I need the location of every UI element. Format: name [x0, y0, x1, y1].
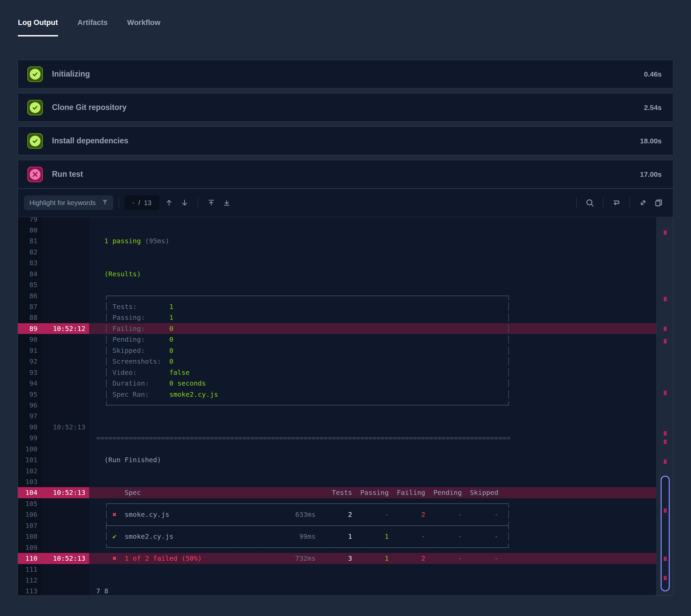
line-number: 111: [18, 564, 41, 575]
line-timestamp: [41, 411, 89, 421]
line-number: 91: [18, 345, 41, 356]
log-line-79: 79: [18, 217, 656, 225]
wrap-lines-icon[interactable]: [609, 195, 624, 211]
line-timestamp: [41, 433, 89, 443]
line-number: 89: [18, 323, 41, 334]
line-timestamp: [41, 268, 89, 279]
log-line-87: 87│Tests:1│: [18, 301, 656, 312]
expand-icon[interactable]: [635, 195, 651, 211]
line-number: 95: [18, 389, 41, 400]
log-line-95: 95│Spec Ran:smoke2.cy.js│: [18, 389, 656, 400]
line-number: 107: [18, 520, 41, 531]
tab-log-output[interactable]: Log Output: [18, 18, 58, 37]
search-icon[interactable]: [582, 195, 598, 211]
log-line-81: 811 passing(95ms): [18, 236, 656, 246]
line-number: 97: [18, 411, 41, 421]
line-number: 96: [18, 400, 41, 411]
highlight-placeholder: Highlight for keywords: [29, 199, 101, 207]
step-card-run-test: Run test17.00sHighlight for keywords- / …: [18, 160, 673, 596]
line-number: 81: [18, 236, 41, 246]
log-line-103: 103: [18, 476, 656, 487]
line-number: 94: [18, 378, 41, 389]
step-title: Clone Git repository: [52, 103, 127, 112]
minimap-marker: [664, 431, 667, 436]
line-timestamp: [41, 564, 89, 575]
log-line-113: 1137 8: [18, 586, 656, 595]
line-timestamp: [41, 389, 89, 400]
line-number: 90: [18, 334, 41, 345]
line-timestamp: [41, 301, 89, 312]
scroll-to-bottom-icon[interactable]: [219, 195, 235, 211]
log-line-99: 99======================================…: [18, 433, 656, 443]
step-duration: 2.54s: [644, 104, 662, 112]
scroll-to-top-icon[interactable]: [203, 195, 219, 211]
minimap-strip[interactable]: [656, 217, 673, 595]
minimap-marker: [664, 339, 667, 344]
next-match-icon[interactable]: [177, 195, 192, 211]
line-number: 106: [18, 509, 41, 520]
step-header-3[interactable]: Run test17.00s: [18, 160, 673, 188]
line-timestamp: [41, 367, 89, 378]
log-line-94: 94│Duration:0 seconds│: [18, 378, 656, 389]
line-timestamp: [41, 444, 89, 455]
minimap-marker: [664, 297, 667, 301]
minimap-marker: [664, 391, 667, 395]
line-timestamp: [41, 586, 89, 595]
line-timestamp: [41, 247, 89, 257]
line-number: 101: [18, 455, 41, 465]
minimap-viewport-indicator[interactable]: [661, 476, 670, 591]
prev-match-icon[interactable]: [161, 195, 177, 211]
toolbar-divider: [119, 198, 119, 208]
toolbar-divider: [198, 198, 198, 208]
step-card-initializing: Initializing0.46s: [18, 60, 673, 88]
step-success-icon: [27, 100, 43, 115]
line-number: 103: [18, 476, 41, 487]
line-number: 84: [18, 268, 41, 279]
line-number: 108: [18, 531, 41, 542]
line-number: 79: [18, 217, 41, 225]
line-timestamp: 10:52:13: [41, 422, 89, 433]
line-number: 105: [18, 498, 41, 509]
line-number: 92: [18, 356, 41, 367]
line-number: 99: [18, 433, 41, 443]
copy-icon[interactable]: [651, 195, 666, 211]
line-number: 83: [18, 257, 41, 268]
step-success-icon: [27, 66, 43, 82]
line-number: 100: [18, 444, 41, 455]
line-timestamp: [41, 225, 89, 236]
line-timestamp: [41, 290, 89, 301]
step-header-2[interactable]: Install dependencies18.00s: [18, 127, 673, 155]
minimap-marker: [664, 327, 667, 331]
line-timestamp: 10:52:13: [41, 553, 89, 564]
step-success-icon: [27, 133, 43, 149]
log-line-106: 106│✖smoke.cy.js633ms2-2--│: [18, 509, 656, 520]
log-line-84: 84(Results): [18, 268, 656, 279]
step-header-1[interactable]: Clone Git repository2.54s: [18, 93, 673, 122]
minimap-marker: [664, 508, 667, 513]
toolbar-divider: [603, 198, 603, 208]
toolbar-divider: [630, 198, 630, 208]
line-timestamp: [41, 520, 89, 531]
log-line-107: 107├────────────────────────────────────…: [18, 520, 656, 531]
step-header-0[interactable]: Initializing0.46s: [18, 60, 673, 88]
highlight-keywords-input[interactable]: Highlight for keywords: [24, 195, 113, 210]
step-card-clone-git-repository: Clone Git repository2.54s: [18, 93, 673, 122]
minimap-marker: [664, 440, 667, 444]
step-card-install-dependencies: Install dependencies18.00s: [18, 127, 673, 155]
log-line-82: 82: [18, 247, 656, 257]
log-line-109: 109└────────────────────────────────────…: [18, 542, 656, 553]
log-viewport[interactable]: 7980811 passing(95ms)828384(Results)8586…: [18, 217, 673, 595]
tab-workflow[interactable]: Workflow: [127, 18, 160, 37]
line-timestamp: [41, 257, 89, 268]
tab-artifacts[interactable]: Artifacts: [78, 18, 108, 37]
line-number: 110: [18, 553, 41, 564]
line-timestamp: [41, 345, 89, 356]
line-number: 85: [18, 279, 41, 290]
line-timestamp: 10:52:13: [41, 487, 89, 498]
line-timestamp: [41, 455, 89, 465]
log-line-105: 105┌────────────────────────────────────…: [18, 498, 656, 509]
log-line-91: 91│Skipped:0│: [18, 345, 656, 356]
step-duration: 0.46s: [644, 70, 662, 78]
log-line-90: 90│Pending:0│: [18, 334, 656, 345]
line-timestamp: [41, 531, 89, 542]
